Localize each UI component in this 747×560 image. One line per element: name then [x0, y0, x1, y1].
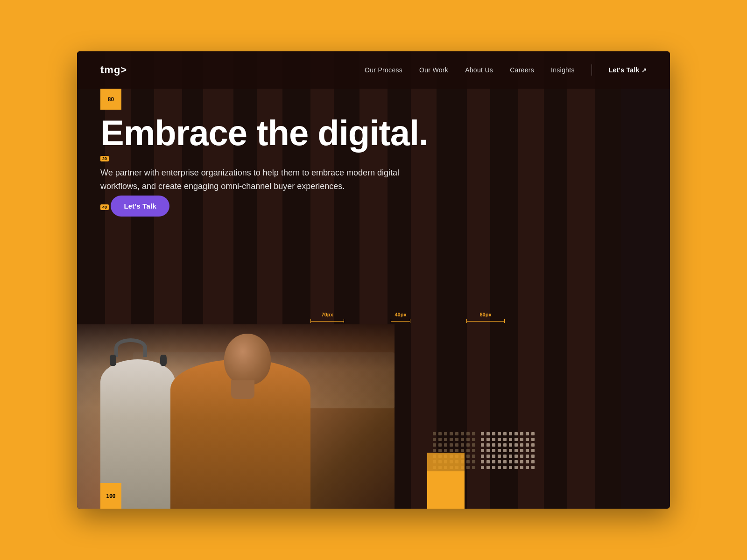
outer-frame: tmg> Our Process Our Work About Us Caree… [0, 0, 747, 560]
nav-link-careers[interactable]: Careers [510, 66, 534, 74]
cta-button[interactable]: Let's Talk [111, 196, 169, 217]
nav-item-our-process[interactable]: Our Process [365, 66, 402, 74]
hero-subtitle: We partner with enterprise organizations… [100, 166, 399, 194]
nav-divider [592, 64, 592, 76]
nav-link-our-process[interactable]: Our Process [365, 66, 402, 74]
nav-item-lets-talk[interactable]: Let's Talk [609, 66, 647, 74]
person-main [161, 327, 324, 509]
image-section: 100 [77, 324, 670, 509]
spacing-badge-20: 20 [100, 156, 109, 161]
accent-square-bottom-right [427, 471, 465, 509]
main-layout: 80 Embrace the digital. 20 We partner wi… [77, 89, 670, 509]
nav-item-careers[interactable]: Careers [510, 66, 534, 74]
hero-content: Embrace the digital. 20 We partner with … [77, 89, 670, 219]
measurement-70px: 70px [310, 312, 344, 323]
nav-links: Our Process Our Work About Us Careers In… [365, 64, 647, 76]
browser-window: tmg> Our Process Our Work About Us Caree… [77, 51, 670, 509]
dot-grid-light [481, 432, 535, 471]
photo-area [77, 324, 395, 509]
nav-link-insights[interactable]: Insights [551, 66, 575, 74]
nav-item-insights[interactable]: Insights [551, 66, 575, 74]
navbar: tmg> Our Process Our Work About Us Caree… [77, 51, 670, 89]
measurement-80px: 80px [466, 312, 505, 323]
measurement-40px: 40px [391, 312, 410, 323]
nav-item-about-us[interactable]: About Us [465, 66, 493, 74]
hero-title: Embrace the digital. [100, 114, 647, 152]
nav-link-our-work[interactable]: Our Work [419, 66, 448, 74]
logo[interactable]: tmg> [100, 64, 127, 76]
nav-item-our-work[interactable]: Our Work [419, 66, 448, 74]
nav-link-lets-talk[interactable]: Let's Talk [609, 66, 647, 74]
accent-square-bottom-right-2 [427, 453, 465, 471]
measurement-row: 70px 40px [77, 312, 670, 323]
spacing-badge-40: 40 [100, 204, 109, 210]
nav-link-about-us[interactable]: About Us [465, 66, 493, 74]
spacing-indicator-100: 100 [100, 483, 121, 509]
